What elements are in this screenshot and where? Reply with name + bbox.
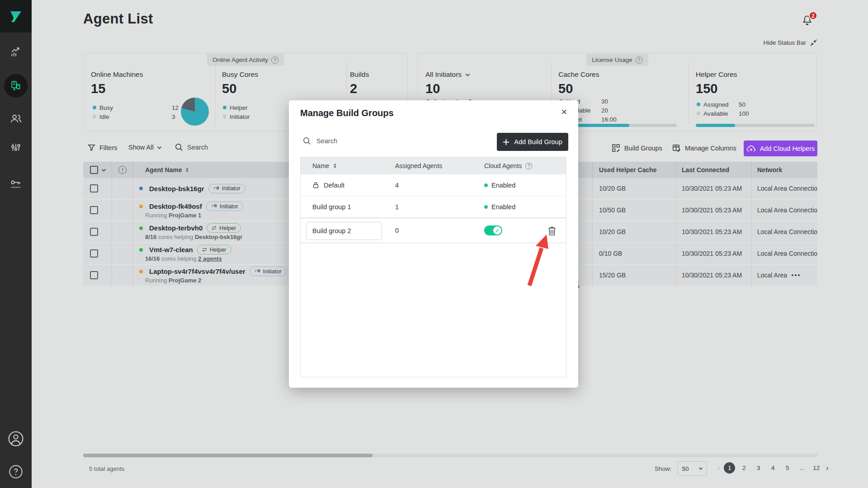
manage-build-groups-modal: Manage Build Groups Add Build Group Name… (289, 100, 578, 388)
page-button[interactable]: 1 (724, 462, 735, 474)
all-initiators-dropdown[interactable]: All Initiators (425, 70, 469, 79)
filters-button[interactable]: Filters (88, 144, 117, 151)
prev-page-button[interactable]: ‹ (717, 464, 721, 472)
build-group-row[interactable]: Default 4 Enabled (301, 174, 566, 196)
helper-dot (223, 106, 226, 109)
initiator-dot (223, 115, 226, 118)
cloud-agents-toggle[interactable] (484, 225, 502, 235)
manage-columns-icon (672, 144, 681, 152)
status-dot-building (139, 270, 143, 273)
license-usage-badge: License Usage (586, 54, 648, 66)
page-button[interactable]: 2 (738, 462, 750, 474)
analytics-chart-icon (10, 47, 22, 59)
sidebar-item-dashboard[interactable] (6, 43, 26, 63)
row-actions-menu-button[interactable] (792, 274, 800, 276)
filter-funnel-icon (88, 144, 95, 151)
build-group-row-editing[interactable]: 0 (301, 218, 566, 243)
helper-badge: Helper (197, 245, 231, 254)
assigned-agents-header: Assigned Agents (395, 162, 442, 169)
next-page-button[interactable]: › (825, 464, 829, 472)
modal-search[interactable] (302, 136, 416, 145)
row-checkbox[interactable] (90, 184, 98, 192)
sidebar-item-users[interactable] (6, 108, 26, 128)
build-groups-button[interactable]: Build Groups (612, 144, 662, 152)
cloud-plus-icon (746, 145, 756, 152)
sort-icon[interactable] (334, 164, 336, 168)
notification-badge: 2 (809, 11, 817, 20)
build-group-row[interactable]: Build group 1 1 Enabled (301, 196, 566, 218)
build-groups-table-header: Name Assigned Agents Cloud Agents (301, 157, 566, 174)
sidebar-item-settings[interactable] (6, 138, 26, 158)
helper-badge-icon (212, 225, 217, 230)
select-all-checkbox[interactable] (90, 166, 98, 174)
alert-column-icon (118, 166, 127, 174)
help-question-icon[interactable] (271, 56, 278, 64)
delete-build-group-button[interactable] (547, 225, 557, 236)
helper-cores-legend: Assigned50 Available100 (697, 100, 749, 118)
row-checkbox[interactable] (90, 249, 98, 258)
helper-badge-icon (202, 247, 208, 252)
sidebar-item-licenses[interactable] (6, 174, 26, 194)
add-build-group-button[interactable]: Add Build Group (497, 133, 568, 151)
hide-status-bar-button[interactable]: Hide Status Bar (732, 39, 817, 47)
sidebar-item-profile[interactable] (0, 431, 32, 447)
helper-cores-metric: Helper Cores 150 (696, 70, 737, 96)
sidebar-item-help[interactable] (0, 465, 32, 479)
logo-icon (7, 8, 24, 25)
search-icon (302, 136, 311, 145)
page-button[interactable]: 3 (753, 462, 764, 474)
help-icon (9, 465, 23, 479)
build-group-name-input[interactable] (306, 222, 382, 240)
collapse-icon (810, 39, 817, 47)
sliders-icon (10, 142, 22, 154)
page-button[interactable]: 5 (782, 462, 793, 474)
agents-link[interactable]: 2 agents (198, 255, 222, 262)
online-machines-legend: Busy12 Idle3 (93, 103, 179, 121)
row-checkbox[interactable] (90, 228, 98, 236)
cache-cores-metric: Cache Cores 50 (558, 70, 599, 96)
network-header[interactable]: Network (751, 162, 817, 178)
all-initiators-metric: All Initiators 10 (425, 70, 469, 96)
row-checkbox[interactable] (90, 206, 98, 214)
initiator-badge-icon (211, 204, 217, 209)
name-header[interactable]: Name (312, 162, 336, 169)
cloud-agents-header: Cloud Agents (484, 162, 532, 169)
status-dot-building (139, 205, 143, 208)
status-dot-busy-initiator (139, 187, 143, 190)
help-question-icon[interactable] (636, 56, 643, 64)
chevron-down-icon (466, 72, 470, 76)
key-icon (9, 178, 22, 191)
plus-icon (503, 139, 509, 145)
chevron-down-icon (698, 466, 702, 469)
table-search[interactable] (175, 143, 237, 151)
modal-search-input[interactable] (316, 137, 416, 145)
scrollbar-thumb[interactable] (83, 454, 373, 457)
page-ellipsis: ... (796, 462, 807, 474)
select-menu-chevron-icon[interactable] (102, 167, 106, 172)
notifications-button[interactable]: 2 (801, 14, 819, 30)
online-agent-activity-badge: Online Agent Activity (207, 54, 284, 66)
page-button[interactable]: 4 (767, 462, 778, 474)
helper-badge: Helper (207, 223, 241, 233)
initiator-badge-icon (255, 269, 261, 274)
row-checkbox[interactable] (90, 271, 98, 279)
sidebar-item-agents[interactable] (4, 74, 28, 98)
available-dot (697, 112, 700, 115)
add-cloud-helpers-button[interactable]: Add Cloud Helpers (744, 141, 817, 156)
page-button[interactable]: 12 (811, 462, 822, 474)
search-icon (175, 143, 183, 151)
busy-cores-metric: Busy Cores 50 (222, 70, 258, 96)
search-input[interactable] (187, 144, 237, 151)
help-question-icon[interactable] (525, 163, 532, 169)
manage-columns-button[interactable]: Manage Columns (672, 144, 736, 152)
horizontal-scrollbar[interactable] (83, 454, 817, 457)
sort-icon[interactable] (186, 168, 189, 172)
app-logo[interactable] (0, 0, 32, 33)
trash-icon (547, 225, 557, 236)
show-all-dropdown[interactable]: Show All (128, 144, 161, 151)
used-helper-cache-header[interactable]: Used Helper Cache (592, 162, 675, 178)
last-connected-header[interactable]: Last Connected (675, 162, 751, 178)
close-icon[interactable] (558, 106, 571, 118)
per-page-select[interactable]: 50 (677, 461, 707, 476)
online-machines-metric: Online Machines 15 (91, 70, 143, 96)
